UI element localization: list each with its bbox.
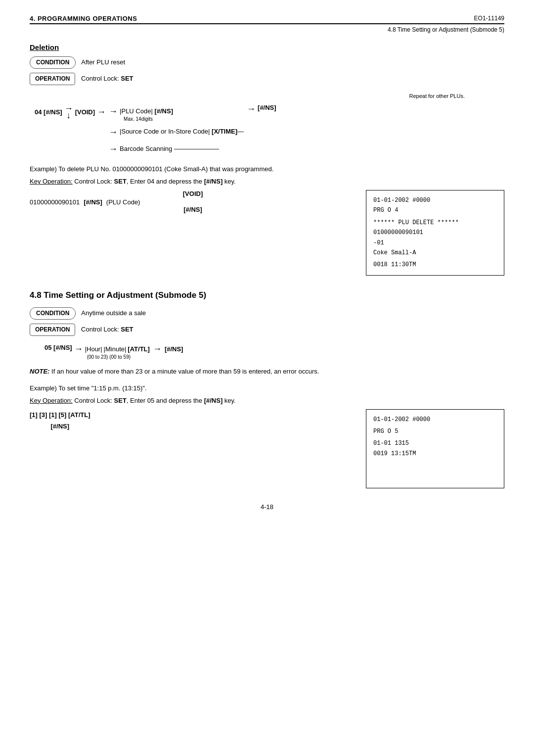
- flow-branch-3: → Barcode Scanning ———————: [109, 141, 244, 157]
- receipt-line-4: 01000000090101: [373, 228, 497, 237]
- flow-end: [#/NS]: [258, 104, 276, 111]
- condition-text-1: After PLU reset: [81, 58, 125, 66]
- receipt-line-2: PRG O 4: [373, 205, 497, 215]
- key-op-desc-2: Control Lock: SET, Enter 05 and depress …: [74, 397, 235, 404]
- header-divider: [30, 23, 504, 24]
- key-op-label-1: Key Operation:: [30, 178, 73, 185]
- receipt-line-1: 01-01-2002 #0000: [373, 195, 497, 205]
- condition-badge-1: CONDITION: [30, 56, 76, 69]
- flow48-minute: |Minute|: [104, 345, 127, 353]
- header: 4. PROGRAMMING OPERATIONS EO1-11149: [30, 15, 504, 22]
- operation-text-2: Control Lock: SET: [81, 326, 134, 333]
- example-left-2: [1] [3] [1] [5] [AT/TL] [#/NS]: [30, 409, 90, 432]
- example-block-1: [VOID] 01000000090101 [#/NS] (PLU Code) …: [30, 190, 504, 276]
- flow48-main: |Hour| |Minute| [AT/TL] → [#/NS]: [85, 344, 183, 354]
- operation-row-1: OPERATION Control Lock: SET: [30, 73, 504, 85]
- operation-row-2: OPERATION Control Lock: SET: [30, 324, 504, 336]
- receipt2-line-4: 0019 13:15TM: [373, 449, 497, 459]
- operation-badge-1: OPERATION: [30, 73, 75, 85]
- void-line: [VOID]: [30, 190, 356, 197]
- note-text: NOTE: If an hour value of more than 23 o…: [30, 367, 504, 377]
- flow-start: 04 [#/NS]: [35, 108, 62, 116]
- flow48-note: (00 to 23) (00 to 59): [87, 354, 183, 360]
- flow-branch-2: → |Source Code or In-Store Code| [X/TIME…: [109, 124, 244, 141]
- section48-flow: 05 [#/NS] → |Hour| |Minute| [AT/TL] → [#…: [44, 344, 504, 360]
- time-keys: [1] [3] [1] [5] [AT/TL]: [30, 409, 90, 421]
- plu-note: Max. 14digits: [124, 116, 244, 122]
- flow48-start: 05 [#/NS]: [44, 344, 72, 351]
- condition-row-2: CONDITION Anytime outside a sale: [30, 307, 504, 320]
- arrow-branch-3: →: [109, 141, 118, 157]
- plu-code-label: (PLU Code): [106, 198, 140, 206]
- flow48-end: [#/NS]: [165, 345, 183, 353]
- flow48-attl: [AT/TL]: [128, 345, 150, 353]
- flow48-middle: |Hour| |Minute| [AT/TL] → [#/NS] (00 to …: [85, 344, 183, 360]
- arrow-branch-2: →: [109, 124, 118, 141]
- arrow-branch-1: →: [109, 103, 118, 120]
- repeat-text: Repeat for other PLUs.: [30, 93, 465, 99]
- code-line: 01000000090101 [#/NS] (PLU Code): [30, 198, 356, 206]
- condition-badge-2: CONDITION: [30, 307, 76, 320]
- example-left-1: [VOID] 01000000090101 [#/NS] (PLU Code) …: [30, 190, 366, 213]
- arrow48-1: →: [74, 344, 83, 354]
- deletion-flow: 04 [#/NS] → ↓ [VOID] → → |PLU Code| [#/N…: [35, 103, 504, 157]
- plu-number: 01000000090101: [30, 198, 80, 206]
- receipt-box-1: 01-01-2002 #0000 PRG O 4 ****** PLU DELE…: [366, 190, 504, 276]
- key-op-desc-1: Control Lock: SET, Enter 04 and depress …: [74, 178, 235, 185]
- note-content: If an hour value of more than 23 or a mi…: [51, 368, 319, 375]
- receipt2-line-2: PRG O 5: [373, 426, 497, 436]
- arrow-right-final: →: [247, 104, 256, 114]
- key-op-text-2: Key Operation: Control Lock: SET, Enter …: [30, 397, 504, 404]
- flow-source-label: |Source Code or In-Store Code| [X/TIME]—: [120, 126, 244, 138]
- receipt-box-2: 01-01-2002 #0000 PRG O 5 01-01 1315 0019…: [366, 409, 504, 488]
- down-arrow: → ↓: [64, 104, 73, 120]
- flow48-hour: |Hour|: [85, 345, 102, 353]
- arrow-right-1: →: [97, 107, 106, 117]
- section-48-title: 4.8 Time Setting or Adjustment (Submode …: [30, 290, 504, 300]
- receipt2-line-3: 01-01 1315: [373, 438, 497, 448]
- flow-barcode-label: Barcode Scanning ———————: [120, 143, 219, 155]
- condition-row-1: CONDITION After PLU reset: [30, 56, 504, 69]
- example-text-1: Example) To delete PLU No. 0100000009010…: [30, 165, 504, 173]
- example-text-2: Example) To set time "1:15 p.m. (13:15)"…: [30, 384, 504, 392]
- header-left: 4. PROGRAMMING OPERATIONS: [30, 15, 137, 22]
- hashns-1: [#/NS]: [84, 198, 102, 206]
- condition-text-2: Anytime outside a sale: [81, 309, 146, 317]
- sub-header: 4.8 Time Setting or Adjustment (Submode …: [30, 26, 504, 33]
- receipt-line-7: 0018 11:30TM: [373, 260, 497, 270]
- receipt-line-3: ****** PLU DELETE ******: [373, 218, 497, 228]
- header-right: EO1-11149: [474, 15, 504, 22]
- operation-badge-2: OPERATION: [30, 324, 75, 336]
- receipt2-line-1: 01-01-2002 #0000: [373, 415, 497, 425]
- flow-middle: → |PLU Code| [#/NS] Max. 14digits → |Sou…: [109, 103, 244, 157]
- receipt-line-5: -01: [373, 238, 497, 248]
- flow-right: → [#/NS]: [245, 104, 276, 114]
- note-bold-label: NOTE:: [30, 368, 49, 375]
- arrow48-2: →: [153, 344, 162, 354]
- flow-void: [VOID]: [75, 108, 95, 116]
- receipt-line-6: Coke Small-A: [373, 248, 497, 258]
- key-op-label-2: Key Operation:: [30, 397, 73, 404]
- hashns-2-line: [#/NS]: [30, 206, 356, 213]
- example-block-2: [1] [3] [1] [5] [AT/TL] [#/NS] 01-01-200…: [30, 409, 504, 488]
- flow-left: 04 [#/NS] → ↓ [VOID] →: [35, 104, 108, 120]
- key-op-text-1: Key Operation: Control Lock: SET, Enter …: [30, 178, 504, 185]
- page-number: 4-18: [30, 503, 504, 511]
- operation-text-1: Control Lock: SET: [81, 75, 134, 82]
- page: 4. PROGRAMMING OPERATIONS EO1-11149 4.8 …: [0, 0, 534, 756]
- deletion-title: Deletion: [30, 43, 504, 51]
- time-hashns: [#/NS]: [30, 421, 90, 432]
